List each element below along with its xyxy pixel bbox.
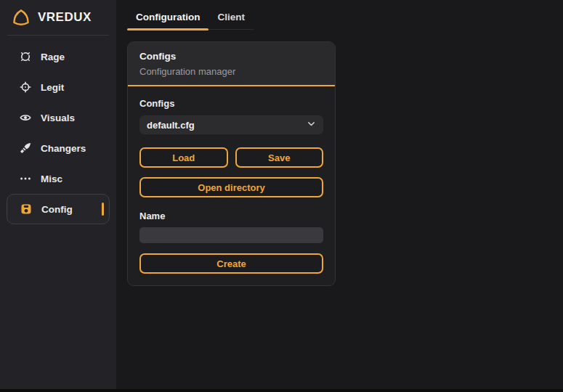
configs-panel: Configs Configuration manager Configs de… [127,41,336,286]
sidebar-item-visuals[interactable]: Visuals [0,102,116,133]
rage-icon [20,51,31,62]
name-field-label: Name [139,211,323,221]
load-button[interactable]: Load [139,147,228,168]
panel-subtitle: Configuration manager [139,66,323,77]
sidebar-item-legit[interactable]: Legit [0,72,116,102]
panel-title: Configs [139,51,323,62]
tab-label: Client [217,12,245,23]
sidebar-item-changers[interactable]: Changers [0,133,116,163]
sidebar-item-label: Visuals [41,113,75,123]
tab-configuration[interactable]: Configuration [127,0,208,29]
legit-icon [20,81,31,93]
sidebar: VREDUX Rage Legit [0,0,116,392]
active-indicator-bar [102,203,104,216]
open-directory-button[interactable]: Open directory [139,177,323,197]
active-tab-underline [127,28,208,30]
create-button[interactable]: Create [139,253,323,274]
sidebar-item-misc[interactable]: Misc [0,163,116,194]
app-title: VREDUX [38,10,92,25]
tab-label: Configuration [136,12,200,23]
config-icon [20,203,32,215]
sidebar-item-label: Rage [41,52,65,62]
vredux-logo-icon [12,8,31,27]
dropdown-selected-value: default.cfg [147,120,195,131]
config-name-input[interactable] [139,227,323,243]
sidebar-item-rage[interactable]: Rage [0,41,116,72]
configs-panel-body: Configs default.cfg Load Save Open direc… [128,86,335,285]
config-file-dropdown[interactable]: default.cfg [139,115,323,134]
sidebar-item-label: Config [41,204,73,215]
sidebar-item-label: Legit [41,82,64,93]
chevron-down-icon [307,119,316,131]
changers-icon [20,142,31,154]
sidebar-nav: Rage Legit Visuals [0,36,116,224]
configs-panel-header: Configs Configuration manager [128,42,335,86]
sidebar-item-label: Changers [41,143,86,154]
app-logo-row: VREDUX [0,0,116,35]
sidebar-item-label: Misc [41,173,62,184]
tab-client[interactable]: Client [208,0,254,29]
window-bottom-edge [0,389,563,392]
main-content: Configuration Client Configs Configurati… [116,0,563,392]
configs-dropdown-label: Configs [139,98,323,109]
save-button[interactable]: Save [235,147,324,168]
visuals-icon [20,112,31,123]
tab-bar: Configuration Client [116,0,563,30]
misc-icon [20,173,31,184]
sidebar-item-config[interactable]: Config [7,194,110,224]
